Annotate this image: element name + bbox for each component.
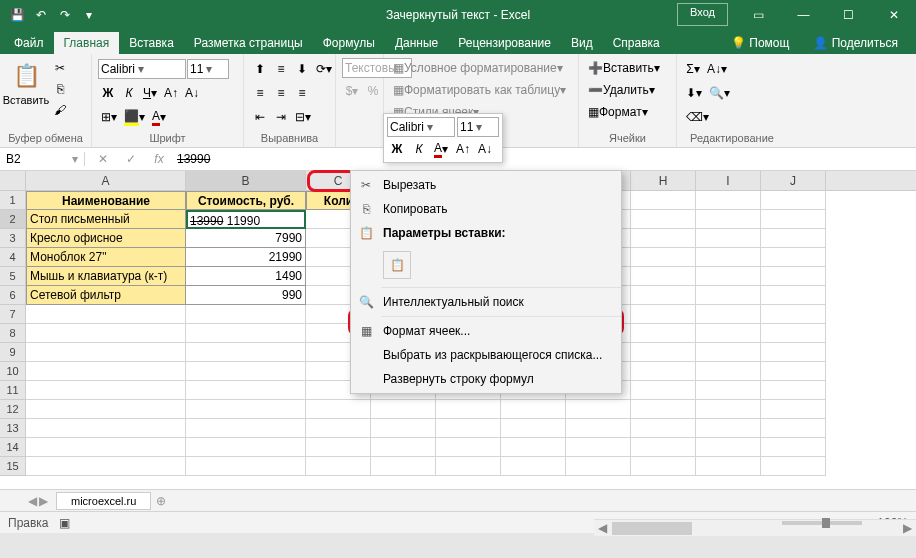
paste-option-button[interactable]: 📋 <box>383 251 411 279</box>
cell[interactable] <box>26 419 186 438</box>
tab-data[interactable]: Данные <box>385 32 448 54</box>
currency-icon[interactable]: $▾ <box>342 81 362 101</box>
copy-icon[interactable]: ⎘ <box>50 79 70 99</box>
cell[interactable] <box>761 267 826 286</box>
cell[interactable] <box>761 400 826 419</box>
cell[interactable] <box>306 457 371 476</box>
cell[interactable] <box>631 343 696 362</box>
minimize-icon[interactable]: — <box>781 0 826 29</box>
fx-icon[interactable]: fx <box>149 152 169 166</box>
cell[interactable]: Сетевой фильтр <box>26 286 186 305</box>
enter-edit-icon[interactable]: ✓ <box>121 152 141 166</box>
cell[interactable] <box>696 343 761 362</box>
cell[interactable] <box>631 191 696 210</box>
tab-insert[interactable]: Вставка <box>119 32 184 54</box>
cell[interactable] <box>696 286 761 305</box>
cell[interactable]: 990 <box>186 286 306 305</box>
row-header[interactable]: 11 <box>0 381 26 400</box>
cell[interactable] <box>371 400 436 419</box>
indent-inc-icon[interactable]: ⇥ <box>271 107 291 127</box>
formula-input[interactable]: 13990 <box>177 152 908 166</box>
cell[interactable] <box>761 210 826 229</box>
cell[interactable] <box>631 305 696 324</box>
align-right-icon[interactable]: ≡ <box>292 83 312 103</box>
col-A[interactable]: A <box>26 171 186 190</box>
tab-help[interactable]: Справка <box>603 32 670 54</box>
cell[interactable] <box>26 362 186 381</box>
close-icon[interactable]: ✕ <box>871 0 916 29</box>
sheet-tab[interactable]: microexcel.ru <box>56 492 151 510</box>
mini-bold-icon[interactable]: Ж <box>387 139 407 159</box>
cell[interactable] <box>761 248 826 267</box>
row-header[interactable]: 1 <box>0 191 26 210</box>
autosum-icon[interactable]: Σ▾ <box>683 59 703 79</box>
macro-rec-icon[interactable]: ▣ <box>59 516 70 530</box>
row-header[interactable]: 12 <box>0 400 26 419</box>
cond-format-button[interactable]: ▦ Условное форматирование ▾ <box>390 58 575 78</box>
cell[interactable] <box>186 438 306 457</box>
cell[interactable] <box>186 305 306 324</box>
cell[interactable] <box>501 419 566 438</box>
cell[interactable] <box>696 229 761 248</box>
underline-button[interactable]: Ч▾ <box>140 83 160 103</box>
cell[interactable] <box>306 438 371 457</box>
cell[interactable] <box>631 324 696 343</box>
cell[interactable] <box>371 438 436 457</box>
fill-color-button[interactable]: ⬛▾ <box>121 107 148 127</box>
cell[interactable] <box>371 419 436 438</box>
cell[interactable] <box>631 229 696 248</box>
col-J[interactable]: J <box>761 171 826 190</box>
cm-expand-formula-bar[interactable]: Развернуть строку формул <box>351 367 621 391</box>
cell[interactable] <box>631 419 696 438</box>
cell[interactable] <box>696 400 761 419</box>
row-header[interactable]: 2 <box>0 210 26 229</box>
orientation-icon[interactable]: ⟳▾ <box>313 59 335 79</box>
cell[interactable] <box>761 305 826 324</box>
row-header[interactable]: 9 <box>0 343 26 362</box>
cell[interactable] <box>761 286 826 305</box>
paste-button[interactable]: 📋 Вставить <box>6 58 46 108</box>
row-header[interactable]: 5 <box>0 267 26 286</box>
cell[interactable]: Моноблок 27" <box>26 248 186 267</box>
cell[interactable] <box>436 457 501 476</box>
font-color-button[interactable]: A▾ <box>149 107 169 127</box>
redo-icon[interactable]: ↷ <box>54 4 76 26</box>
cell[interactable] <box>26 381 186 400</box>
cell[interactable] <box>436 400 501 419</box>
cell[interactable] <box>631 400 696 419</box>
row-header[interactable]: 4 <box>0 248 26 267</box>
cell[interactable] <box>186 381 306 400</box>
merge-button[interactable]: ⊟▾ <box>292 107 314 127</box>
mini-font-combo[interactable]: Calibri▾ <box>387 117 455 137</box>
login-button[interactable]: Вход <box>677 3 728 26</box>
font-name-combo[interactable]: Calibri▾ <box>98 59 186 79</box>
cell[interactable] <box>631 457 696 476</box>
cell[interactable] <box>696 191 761 210</box>
cell[interactable] <box>696 305 761 324</box>
sheet-prev-icon[interactable]: ◀ <box>28 494 37 508</box>
row-header[interactable]: 7 <box>0 305 26 324</box>
cell[interactable] <box>761 229 826 248</box>
cell[interactable] <box>696 438 761 457</box>
cm-smart-lookup[interactable]: 🔍Интеллектуальный поиск <box>351 290 621 314</box>
delete-cells-button[interactable]: ➖ Удалить ▾ <box>585 80 673 100</box>
format-cells-button[interactable]: ▦ Формат ▾ <box>585 102 673 122</box>
cancel-edit-icon[interactable]: ✕ <box>93 152 113 166</box>
name-box[interactable]: B2▾ <box>0 152 85 166</box>
cell[interactable] <box>186 457 306 476</box>
cell[interactable] <box>306 400 371 419</box>
row-header[interactable]: 15 <box>0 457 26 476</box>
align-middle-icon[interactable]: ≡ <box>271 59 291 79</box>
mini-italic-icon[interactable]: К <box>409 139 429 159</box>
cell[interactable] <box>761 343 826 362</box>
mini-shrinkfont-icon[interactable]: A↓ <box>475 139 495 159</box>
col-B[interactable]: B <box>186 171 306 190</box>
sort-filter-icon[interactable]: A↓▾ <box>704 59 730 79</box>
cell[interactable] <box>26 400 186 419</box>
cell[interactable] <box>631 248 696 267</box>
cell[interactable] <box>696 362 761 381</box>
select-all-corner[interactable] <box>0 171 26 190</box>
cell[interactable]: 13990 11990 <box>186 210 306 229</box>
cell[interactable] <box>26 305 186 324</box>
fill-icon[interactable]: ⬇▾ <box>683 83 705 103</box>
